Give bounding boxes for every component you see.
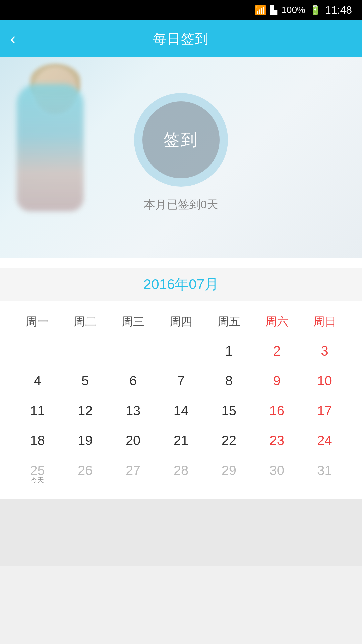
- hero-section: 签到 本月已签到0天: [0, 57, 362, 258]
- person-body: [17, 84, 84, 211]
- weekday-wed: 周三: [109, 307, 157, 336]
- checkin-button-outer[interactable]: 签到: [134, 93, 228, 187]
- calendar-day-29[interactable]: 25今天: [13, 455, 61, 485]
- calendar-day-20[interactable]: 16: [253, 396, 301, 426]
- checkin-count-text: 本月已签到0天: [144, 197, 219, 212]
- calendar-day-8[interactable]: 4: [13, 366, 61, 396]
- calendar-day-34[interactable]: 30: [253, 455, 301, 485]
- calendar-day-23[interactable]: 19: [61, 426, 109, 455]
- weekday-mon: 周一: [13, 307, 61, 336]
- calendar-day-10[interactable]: 6: [109, 366, 157, 396]
- calendar-day-6[interactable]: 2: [253, 336, 301, 366]
- calendar-day-32[interactable]: 28: [157, 455, 205, 485]
- battery-percent: 100%: [281, 5, 305, 15]
- weekday-tue: 周二: [61, 307, 109, 336]
- calendar-day-33[interactable]: 29: [205, 455, 253, 485]
- calendar-day-26[interactable]: 22: [205, 426, 253, 455]
- calendar-day-15[interactable]: 11: [13, 396, 61, 426]
- calendar-day-28[interactable]: 24: [301, 426, 349, 455]
- calendar-day-22[interactable]: 18: [13, 426, 61, 455]
- calendar-month-label: 2016年07月: [0, 268, 362, 301]
- calendar-day-2[interactable]: [61, 336, 109, 366]
- status-bar: 📶 ▙ 100% 🔋 11:48: [0, 0, 362, 20]
- calendar-day-7[interactable]: 3: [301, 336, 349, 366]
- status-time: 11:48: [325, 4, 352, 16]
- today-label: 今天: [31, 476, 44, 485]
- calendar-day-21[interactable]: 17: [301, 396, 349, 426]
- calendar-section: 2016年07月 周一 周二 周三 周四 周五 周六 周日 1234567891…: [0, 258, 362, 499]
- calendar-day-12[interactable]: 8: [205, 366, 253, 396]
- calendar-day-16[interactable]: 12: [61, 396, 109, 426]
- calendar-day-17[interactable]: 13: [109, 396, 157, 426]
- calendar-day-27[interactable]: 23: [253, 426, 301, 455]
- weekday-sun: 周日: [301, 307, 349, 336]
- battery-icon: 🔋: [309, 5, 321, 16]
- header: ‹ 每日签到: [0, 20, 362, 57]
- calendar-day-31[interactable]: 27: [109, 455, 157, 485]
- calendar-day-14[interactable]: 10: [301, 366, 349, 396]
- calendar-day-19[interactable]: 15: [205, 396, 253, 426]
- calendar-day-9[interactable]: 5: [61, 366, 109, 396]
- signal-icon: ▙: [270, 5, 277, 15]
- wifi-icon: 📶: [255, 5, 266, 16]
- status-icons: 📶 ▙ 100% 🔋 11:48: [255, 4, 352, 16]
- page-title: 每日签到: [153, 30, 209, 48]
- calendar-day-1[interactable]: [13, 336, 61, 366]
- hero-person-decoration: [0, 64, 141, 252]
- checkin-button-inner[interactable]: 签到: [142, 101, 220, 178]
- calendar-day-25[interactable]: 21: [157, 426, 205, 455]
- bottom-area: [0, 499, 362, 566]
- calendar-day-35[interactable]: 31: [301, 455, 349, 485]
- calendar-day-3[interactable]: [109, 336, 157, 366]
- calendar-day-24[interactable]: 20: [109, 426, 157, 455]
- calendar-day-11[interactable]: 7: [157, 366, 205, 396]
- back-button[interactable]: ‹: [10, 29, 16, 49]
- calendar-day-30[interactable]: 26: [61, 455, 109, 485]
- weekday-thu: 周四: [157, 307, 205, 336]
- checkin-button-label[interactable]: 签到: [164, 129, 198, 151]
- calendar-day-13[interactable]: 9: [253, 366, 301, 396]
- calendar-day-5[interactable]: 1: [205, 336, 253, 366]
- calendar-grid: 周一 周二 周三 周四 周五 周六 周日 1234567891011121314…: [13, 307, 349, 485]
- calendar-day-18[interactable]: 14: [157, 396, 205, 426]
- calendar-day-4[interactable]: [157, 336, 205, 366]
- weekday-sat: 周六: [253, 307, 301, 336]
- weekday-fri: 周五: [205, 307, 253, 336]
